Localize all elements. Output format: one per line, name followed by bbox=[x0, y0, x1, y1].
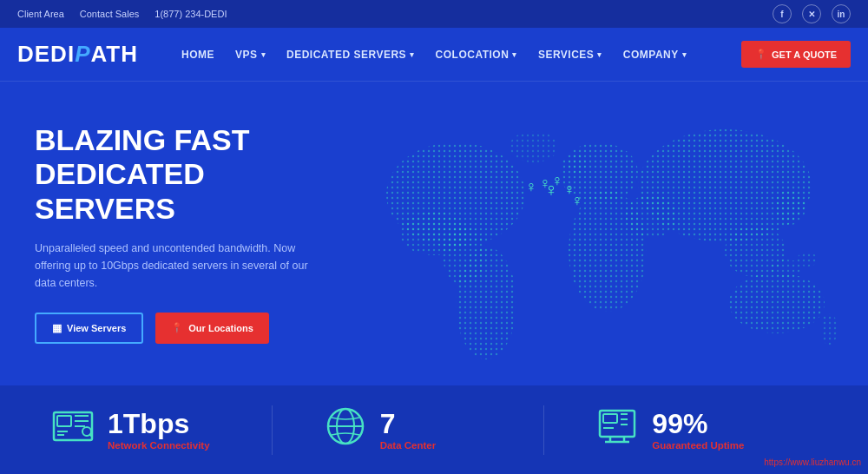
stat-network-text: 1Tbps Network Connectivity bbox=[108, 410, 210, 451]
stat-datacenter-label: Data Center bbox=[380, 440, 437, 451]
stat-network-value: 1Tbps bbox=[108, 410, 210, 438]
location-pin-6: ♀ bbox=[544, 179, 559, 201]
stat-network: 1Tbps Network Connectivity bbox=[52, 405, 272, 455]
get-quote-button[interactable]: 📍 GET A QUOTE bbox=[741, 41, 851, 68]
hero-buttons: ▦ View Servers 📍 Our Locations bbox=[35, 313, 330, 344]
logo-text: DEDIPATH bbox=[17, 41, 138, 68]
stat-datacenter-text: 7 Data Center bbox=[380, 410, 437, 451]
hero-content: BLAZING FAST DEDICATED SERVERS Unparalle… bbox=[35, 123, 330, 343]
view-servers-button[interactable]: ▦ View Servers bbox=[35, 313, 143, 344]
facebook-icon[interactable]: f bbox=[773, 4, 792, 23]
hero-section: ♀ ♀ ♀ ♀ ♀ ♀ BLAZING FAST DEDICATED SERVE… bbox=[0, 82, 868, 385]
nav-dedicated-servers[interactable]: DEDICATED SERVERS▾ bbox=[278, 43, 424, 66]
location-pin-5: ♀ bbox=[571, 192, 583, 210]
pin-icon: 📍 bbox=[171, 322, 183, 333]
topbar-social: f ✕ in bbox=[773, 4, 851, 23]
phone-link[interactable]: 1(877) 234-DEDI bbox=[155, 9, 227, 19]
svg-rect-30 bbox=[603, 414, 617, 423]
stat-datacenter: 7 Data Center bbox=[272, 405, 544, 455]
nav-colocation[interactable]: COLOCATION▾ bbox=[427, 43, 526, 66]
network-icon bbox=[52, 405, 94, 455]
client-area-link[interactable]: Client Area bbox=[17, 9, 64, 19]
hero-description: Unparalleled speed and uncontended bandw… bbox=[35, 240, 330, 292]
stat-network-label: Network Connectivity bbox=[108, 440, 210, 451]
contact-sales-link[interactable]: Contact Sales bbox=[80, 9, 139, 19]
nav-services[interactable]: SERVICES▾ bbox=[529, 43, 611, 66]
uptime-icon bbox=[596, 405, 638, 455]
hero-title: BLAZING FAST DEDICATED SERVERS bbox=[35, 123, 330, 225]
map-pins: ♀ ♀ ♀ ♀ ♀ ♀ bbox=[312, 82, 868, 385]
watermark: https://www.liuzhanwu.cn bbox=[764, 458, 861, 467]
stats-bar: 1Tbps Network Connectivity 7 Data Center bbox=[0, 385, 868, 474]
nav-links: HOME VPS▾ DEDICATED SERVERS▾ COLOCATION▾… bbox=[173, 43, 741, 66]
twitter-icon[interactable]: ✕ bbox=[802, 4, 821, 23]
navbar: DEDIPATH HOME VPS▾ DEDICATED SERVERS▾ CO… bbox=[0, 28, 868, 82]
logo[interactable]: DEDIPATH bbox=[17, 41, 138, 68]
location-pin-1: ♀ bbox=[525, 178, 537, 196]
stat-uptime-text: 99% Guaranteed Uptime bbox=[652, 410, 744, 451]
stat-datacenter-value: 7 bbox=[380, 410, 437, 438]
quote-pin-icon: 📍 bbox=[755, 49, 767, 60]
server-icon: ▦ bbox=[52, 322, 62, 334]
datacenter-icon bbox=[325, 405, 366, 455]
svg-rect-18 bbox=[57, 416, 71, 426]
topbar: Client Area Contact Sales 1(877) 234-DED… bbox=[0, 0, 868, 28]
linkedin-icon[interactable]: in bbox=[832, 4, 851, 23]
topbar-links: Client Area Contact Sales 1(877) 234-DED… bbox=[17, 9, 227, 19]
stat-uptime: 99% Guaranteed Uptime bbox=[543, 405, 816, 455]
our-locations-button[interactable]: 📍 Our Locations bbox=[155, 313, 269, 344]
nav-company[interactable]: COMPANY▾ bbox=[615, 43, 695, 66]
nav-vps[interactable]: VPS▾ bbox=[227, 43, 274, 66]
stat-uptime-value: 99% bbox=[652, 410, 744, 438]
stat-uptime-label: Guaranteed Uptime bbox=[652, 440, 744, 451]
nav-home[interactable]: HOME bbox=[173, 43, 223, 66]
